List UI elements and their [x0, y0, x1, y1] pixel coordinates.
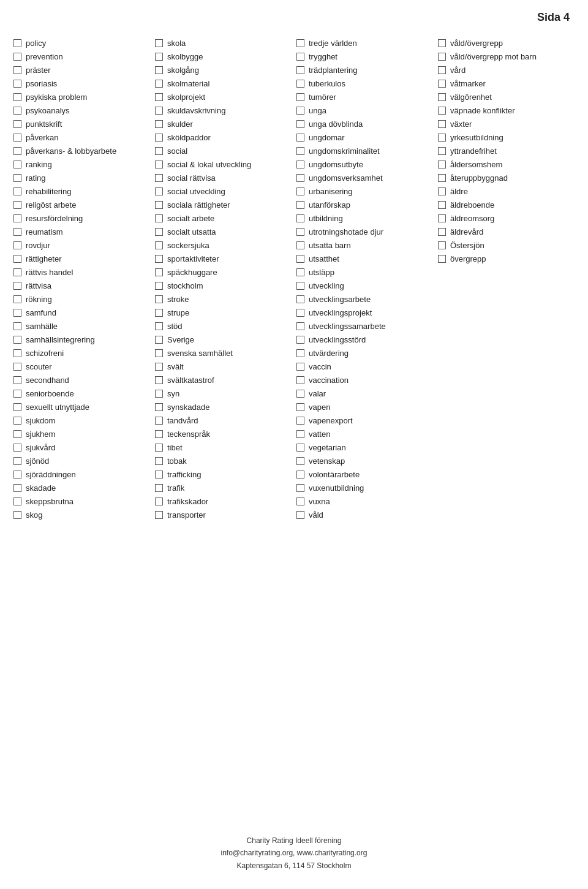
checkbox-psoriasis[interactable]: [13, 80, 21, 88]
checkbox-stöd[interactable]: [155, 322, 163, 330]
checkbox-rovdjur[interactable]: [13, 241, 21, 249]
checkbox-utveckling[interactable]: [296, 282, 304, 290]
checkbox-svenska_samhället[interactable]: [155, 349, 163, 357]
checkbox-skeppsbrutna[interactable]: [13, 497, 21, 505]
checkbox-ungdomsverksamhet[interactable]: [296, 174, 304, 182]
checkbox-Östersjön[interactable]: [438, 241, 446, 249]
checkbox-reumatism[interactable]: [13, 228, 21, 236]
checkbox-schizofreni[interactable]: [13, 349, 21, 357]
checkbox-utvecklingsarbete[interactable]: [296, 295, 304, 303]
checkbox-äldreboende[interactable]: [438, 201, 446, 209]
checkbox-utvecklingsstörd[interactable]: [296, 336, 304, 344]
checkbox-äldrevård[interactable]: [438, 228, 446, 236]
checkbox-skadade[interactable]: [13, 484, 21, 492]
checkbox-präster[interactable]: [13, 66, 21, 74]
checkbox-vetenskap[interactable]: [296, 457, 304, 465]
checkbox-vapen[interactable]: [296, 403, 304, 411]
checkbox-samhällsintegrering[interactable]: [13, 336, 21, 344]
checkbox-skuldavskrivning[interactable]: [155, 107, 163, 115]
checkbox-social_&_lokal_utveckling[interactable]: [155, 161, 163, 168]
checkbox-socialt_utsatta[interactable]: [155, 228, 163, 236]
checkbox-äldre[interactable]: [438, 187, 446, 195]
checkbox-sjönöd[interactable]: [13, 457, 21, 465]
checkbox-psykoanalys[interactable]: [13, 107, 21, 115]
checkbox-secondhand[interactable]: [13, 376, 21, 384]
checkbox-volontärarbete[interactable]: [296, 471, 304, 479]
checkbox-social[interactable]: [155, 147, 163, 155]
checkbox-utbildning[interactable]: [296, 214, 304, 222]
checkbox-socialt_arbete[interactable]: [155, 214, 163, 222]
checkbox-sjöräddningen[interactable]: [13, 471, 21, 479]
checkbox-sjukvård[interactable]: [13, 444, 21, 452]
checkbox-skolprojekt[interactable]: [155, 93, 163, 101]
checkbox-rehabilitering[interactable]: [13, 187, 21, 195]
checkbox-sportaktiviteter[interactable]: [155, 255, 163, 263]
checkbox-prevention[interactable]: [13, 53, 21, 61]
checkbox-resursfördelning[interactable]: [13, 214, 21, 222]
checkbox-väpnade_konflikter[interactable]: [438, 107, 446, 115]
checkbox-tobak[interactable]: [155, 457, 163, 465]
checkbox-stockholm[interactable]: [155, 282, 163, 290]
checkbox-valar[interactable]: [296, 390, 304, 398]
checkbox-vuxenutbildning[interactable]: [296, 484, 304, 492]
checkbox-Sverige[interactable]: [155, 336, 163, 344]
checkbox-återuppbyggnad[interactable]: [438, 174, 446, 182]
checkbox-trafikskador[interactable]: [155, 497, 163, 505]
checkbox-ungdomar[interactable]: [296, 134, 304, 142]
checkbox-påverkans-_&_lobbyarbete[interactable]: [13, 147, 21, 155]
checkbox-utvecklingssamarbete[interactable]: [296, 322, 304, 330]
checkbox-unga_dövblinda[interactable]: [296, 120, 304, 128]
checkbox-vegetarian[interactable]: [296, 444, 304, 452]
checkbox-äldreomsorg[interactable]: [438, 214, 446, 222]
checkbox-sjukhem[interactable]: [13, 430, 21, 438]
checkbox-seniorboende[interactable]: [13, 390, 21, 398]
checkbox-rättvis_handel[interactable]: [13, 268, 21, 276]
checkbox-våld[interactable]: [296, 511, 304, 519]
checkbox-synskadade[interactable]: [155, 403, 163, 411]
checkbox-sköldpaddor[interactable]: [155, 134, 163, 142]
checkbox-vuxna[interactable]: [296, 497, 304, 505]
checkbox-rättvisa[interactable]: [13, 282, 21, 290]
checkbox-vaccination[interactable]: [296, 376, 304, 384]
checkbox-rating[interactable]: [13, 174, 21, 182]
checkbox-skulder[interactable]: [155, 120, 163, 128]
checkbox-svältkatastrof[interactable]: [155, 376, 163, 384]
checkbox-ungdomsutbyte[interactable]: [296, 161, 304, 168]
checkbox-vatten[interactable]: [296, 430, 304, 438]
checkbox-utsatthet[interactable]: [296, 255, 304, 263]
checkbox-ranking[interactable]: [13, 161, 21, 168]
checkbox-unga[interactable]: [296, 107, 304, 115]
checkbox-utsläpp[interactable]: [296, 268, 304, 276]
checkbox-yrkesutbildning[interactable]: [438, 134, 446, 142]
checkbox-tandvård[interactable]: [155, 417, 163, 425]
checkbox-påverkan[interactable]: [13, 134, 21, 142]
checkbox-skolmaterial[interactable]: [155, 80, 163, 88]
checkbox-våld/övergrepp_mot_barn[interactable]: [438, 53, 446, 61]
checkbox-social_utveckling[interactable]: [155, 187, 163, 195]
checkbox-vaccin[interactable]: [296, 363, 304, 371]
checkbox-utanförskap[interactable]: [296, 201, 304, 209]
checkbox-vård[interactable]: [438, 66, 446, 74]
checkbox-punktskrift[interactable]: [13, 120, 21, 128]
checkbox-övergrepp[interactable]: [438, 255, 446, 263]
checkbox-ungdomskriminalitet[interactable]: [296, 147, 304, 155]
checkbox-skog[interactable]: [13, 511, 21, 519]
checkbox-stroke[interactable]: [155, 295, 163, 303]
checkbox-policy[interactable]: [13, 39, 21, 47]
checkbox-trafficking[interactable]: [155, 471, 163, 479]
checkbox-psykiska_problem[interactable]: [13, 93, 21, 101]
checkbox-välgörenhet[interactable]: [438, 93, 446, 101]
checkbox-späckhuggare[interactable]: [155, 268, 163, 276]
checkbox-tumörer[interactable]: [296, 93, 304, 101]
checkbox-svält[interactable]: [155, 363, 163, 371]
checkbox-tibet[interactable]: [155, 444, 163, 452]
checkbox-samfund[interactable]: [13, 309, 21, 317]
checkbox-rättigheter[interactable]: [13, 255, 21, 263]
checkbox-religöst_arbete[interactable]: [13, 201, 21, 209]
checkbox-social_rättvisa[interactable]: [155, 174, 163, 182]
checkbox-växter[interactable]: [438, 120, 446, 128]
checkbox-trafik[interactable]: [155, 484, 163, 492]
checkbox-transporter[interactable]: [155, 511, 163, 519]
checkbox-tuberkulos[interactable]: [296, 80, 304, 88]
checkbox-sockersjuka[interactable]: [155, 241, 163, 249]
